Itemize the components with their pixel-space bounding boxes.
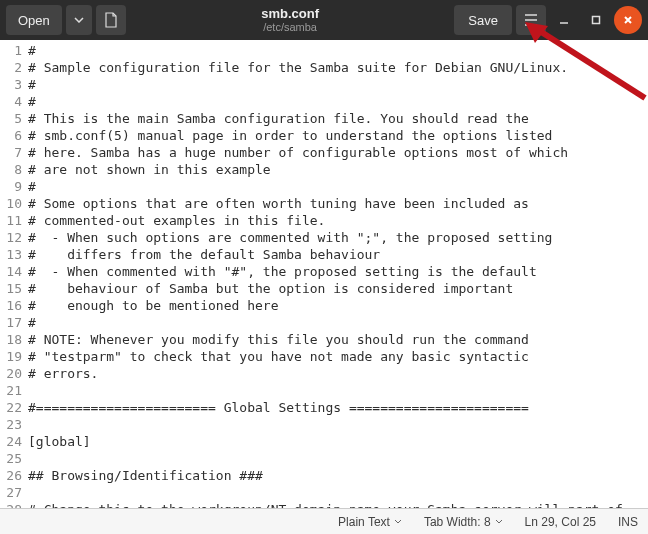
maximize-icon [590,14,602,26]
line-number: 18 [0,331,28,348]
line-text: # This is the main Samba configuration f… [28,110,529,127]
editor-line[interactable]: 22#======================= Global Settin… [0,399,648,416]
svg-rect-0 [593,17,600,24]
chevron-down-icon [74,17,84,23]
line-number: 28 [0,501,28,508]
editor-line[interactable]: 23 [0,416,648,433]
editor-line[interactable]: 14# - When commented with "#", the propo… [0,263,648,280]
line-text: # Change this to the workgroup/NT-domain… [28,501,623,508]
line-text: # here. Samba has a huge number of confi… [28,144,568,161]
editor-line[interactable]: 18# NOTE: Whenever you modify this file … [0,331,648,348]
line-text: ## Browsing/Identification ### [28,467,263,484]
line-text: # are not shown in this example [28,161,271,178]
line-text: # enough to be mentioned here [28,297,278,314]
line-number: 15 [0,280,28,297]
editor-line[interactable]: 25 [0,450,648,467]
editor-line[interactable]: 13# differs from the default Samba behav… [0,246,648,263]
editor-line[interactable]: 1# [0,42,648,59]
line-number: 5 [0,110,28,127]
editor-line[interactable]: 15# behaviour of Samba but the option is… [0,280,648,297]
editor-line[interactable]: 20# errors. [0,365,648,382]
editor-line[interactable]: 19# "testparm" to check that you have no… [0,348,648,365]
maximize-button[interactable] [582,6,610,34]
editor-line[interactable]: 2# Sample configuration file for the Sam… [0,59,648,76]
line-text: # - When such options are commented with… [28,229,552,246]
line-number: 6 [0,127,28,144]
line-number: 21 [0,382,28,399]
line-text: # [28,76,36,93]
line-number: 16 [0,297,28,314]
editor-line[interactable]: 7# here. Samba has a huge number of conf… [0,144,648,161]
save-button[interactable]: Save [454,5,512,35]
line-number: 4 [0,93,28,110]
editor-line[interactable]: 26## Browsing/Identification ### [0,467,648,484]
line-text: # Some options that are often worth tuni… [28,195,529,212]
line-text: #======================= Global Settings… [28,399,529,416]
line-number: 3 [0,76,28,93]
editor-line[interactable]: 21 [0,382,648,399]
editor-line[interactable]: 9# [0,178,648,195]
document-path: /etc/samba [130,21,451,33]
hamburger-icon [524,14,538,26]
line-number: 13 [0,246,28,263]
editor-line[interactable]: 5# This is the main Samba configuration … [0,110,648,127]
line-text: # - When commented with "#", the propose… [28,263,537,280]
line-number: 22 [0,399,28,416]
line-text: # "testparm" to check that you have not … [28,348,529,365]
editor-area[interactable]: 1#2# Sample configuration file for the S… [0,40,648,508]
line-text: # [28,178,36,195]
statusbar: Plain Text Tab Width: 8 Ln 29, Col 25 IN… [0,508,648,534]
line-number: 17 [0,314,28,331]
editor-line[interactable]: 24[global] [0,433,648,450]
line-number: 9 [0,178,28,195]
editor-line[interactable]: 4# [0,93,648,110]
line-number: 7 [0,144,28,161]
editor-line[interactable]: 28# Change this to the workgroup/NT-doma… [0,501,648,508]
line-number: 2 [0,59,28,76]
line-number: 14 [0,263,28,280]
open-recent-dropdown[interactable] [66,5,92,35]
chevron-down-icon [495,519,503,524]
editor-line[interactable]: 8# are not shown in this example [0,161,648,178]
language-selector[interactable]: Plain Text [338,515,402,529]
new-document-button[interactable] [96,5,126,35]
editor-line[interactable]: 6# smb.conf(5) manual page in order to u… [0,127,648,144]
editor-line[interactable]: 27 [0,484,648,501]
open-button[interactable]: Open [6,5,62,35]
line-number: 27 [0,484,28,501]
minimize-icon [558,14,570,26]
line-text: # commented-out examples in this file. [28,212,325,229]
line-text: # [28,42,36,59]
line-text: # [28,93,36,110]
line-text: # NOTE: Whenever you modify this file yo… [28,331,529,348]
minimize-button[interactable] [550,6,578,34]
editor-line[interactable]: 10# Some options that are often worth tu… [0,195,648,212]
tab-width-selector[interactable]: Tab Width: 8 [424,515,503,529]
editor-line[interactable]: 12# - When such options are commented wi… [0,229,648,246]
line-number: 11 [0,212,28,229]
line-number: 20 [0,365,28,382]
line-number: 1 [0,42,28,59]
close-button[interactable] [614,6,642,34]
input-mode[interactable]: INS [618,515,638,529]
line-text: # behaviour of Samba but the option is c… [28,280,513,297]
line-number: 23 [0,416,28,433]
titlebar: Open smb.conf /etc/samba Save [0,0,648,40]
editor-line[interactable]: 17# [0,314,648,331]
editor-line[interactable]: 11# commented-out examples in this file. [0,212,648,229]
editor-line[interactable]: 16# enough to be mentioned here [0,297,648,314]
line-number: 8 [0,161,28,178]
line-number: 10 [0,195,28,212]
line-number: 24 [0,433,28,450]
line-text: # differs from the default Samba behavio… [28,246,380,263]
chevron-down-icon [394,519,402,524]
close-icon [622,14,634,26]
cursor-position[interactable]: Ln 29, Col 25 [525,515,596,529]
line-text: # Sample configuration file for the Samb… [28,59,568,76]
line-number: 12 [0,229,28,246]
hamburger-menu-button[interactable] [516,5,546,35]
line-text: [global] [28,433,91,450]
new-doc-icon [104,12,118,28]
editor-line[interactable]: 3# [0,76,648,93]
tab-width-label: Tab Width: 8 [424,515,491,529]
